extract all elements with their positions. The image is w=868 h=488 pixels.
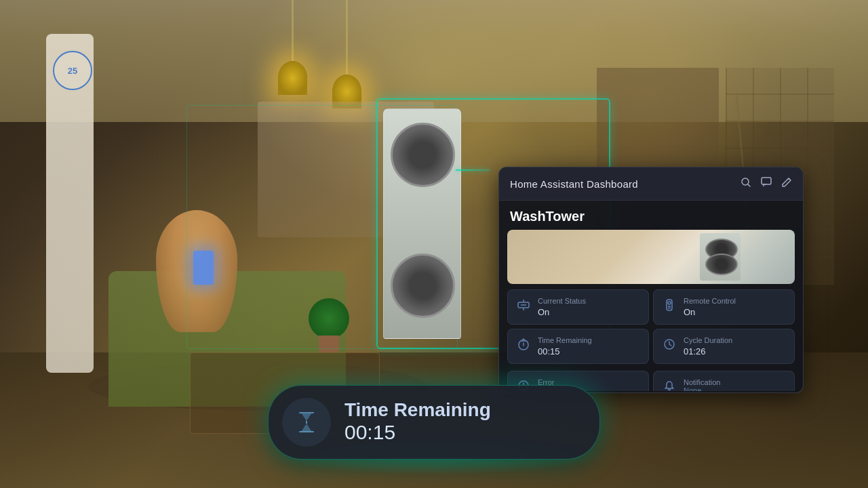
- time-remaining-value: 00:15: [538, 346, 640, 357]
- dashboard-header: Home Assistant Dashboard: [499, 167, 803, 201]
- connection-line: [456, 169, 490, 171]
- dashboard-title: Home Assistant Dashboard: [510, 178, 638, 190]
- current-status-value: On: [538, 307, 640, 317]
- chat-icon[interactable]: [761, 177, 772, 190]
- edit-icon[interactable]: [781, 177, 792, 190]
- cycle-duration-value: 01:26: [684, 346, 786, 357]
- pendant-light-right: [346, 0, 348, 108]
- notification-label: Notification: [684, 378, 720, 386]
- cycle-duration-icon: [662, 338, 677, 354]
- remote-control-content: Remote Control On: [684, 297, 786, 317]
- notification-content: Notification None: [684, 378, 720, 391]
- tooltip-text-container: Time Remaining 00:15: [344, 400, 579, 445]
- ac-temp-value: 25: [68, 66, 77, 76]
- hourglass-icon: [294, 410, 319, 434]
- svg-rect-2: [762, 178, 771, 184]
- search-icon[interactable]: [741, 177, 751, 190]
- time-remaining-content: Time Remaining 00:15: [538, 336, 640, 357]
- dashboard-action-icons: [741, 177, 792, 190]
- svg-line-1: [748, 184, 750, 186]
- current-status-icon: [516, 298, 531, 315]
- status-card-time-remaining[interactable]: Time Remaining 00:15: [507, 329, 649, 364]
- washtower-product-image: [507, 230, 795, 284]
- status-card-current-status[interactable]: Current Status On: [507, 289, 649, 325]
- card-title: WashTower: [499, 201, 803, 230]
- time-remaining-icon: [516, 338, 531, 354]
- time-remaining-tooltip: Time Remaining 00:15: [268, 385, 600, 460]
- current-status-content: Current Status On: [538, 297, 640, 317]
- ac-display[interactable]: 25: [53, 51, 92, 90]
- time-remaining-label: Time Remaining: [538, 336, 640, 344]
- pendant-light-left: [292, 0, 294, 95]
- svg-point-8: [668, 302, 671, 304]
- notification-value: None: [684, 386, 720, 391]
- cycle-duration-label: Cycle Duration: [684, 336, 786, 344]
- remote-control-icon: [662, 298, 677, 315]
- washtower-image-appliance: [700, 233, 741, 281]
- tooltip-icon-container: [282, 398, 331, 447]
- remote-control-label: Remote Control: [684, 297, 786, 305]
- remote-control-value: On: [684, 307, 786, 317]
- status-grid: Current Status On Remote Control On: [499, 289, 803, 371]
- status-card-remote-control[interactable]: Remote Control On: [653, 289, 795, 325]
- status-card-cycle-duration[interactable]: Cycle Duration 01:26: [653, 329, 795, 364]
- tooltip-label: Time Remaining: [344, 400, 579, 421]
- current-status-label: Current Status: [538, 297, 640, 305]
- notification-icon: [662, 380, 677, 391]
- tooltip-value: 00:15: [344, 420, 579, 445]
- cycle-duration-content: Cycle Duration 01:26: [684, 336, 786, 357]
- status-card-notification-partial: Notification None: [653, 371, 795, 391]
- dashboard-panel: Home Assistant Dashboard WashT: [498, 167, 804, 393]
